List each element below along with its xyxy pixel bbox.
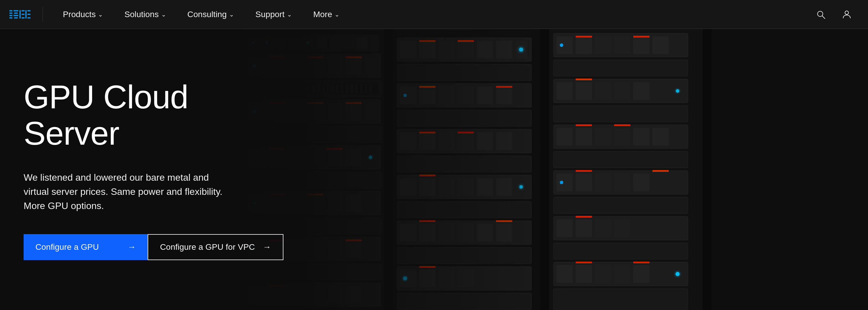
svg-rect-7 [14, 17, 18, 18]
user-button[interactable] [835, 0, 859, 29]
svg-rect-8 [20, 10, 21, 18]
search-icon [816, 10, 826, 19]
svg-rect-15 [27, 17, 30, 18]
svg-rect-2 [9, 15, 12, 16]
hero-section: GPU Cloud Server We listened and lowered… [0, 29, 868, 310]
svg-rect-12 [25, 10, 27, 18]
nav-item-support[interactable]: Support ⌄ [245, 0, 303, 29]
chevron-down-icon: ⌄ [98, 11, 103, 18]
nav-right [809, 0, 859, 29]
chevron-down-icon: ⌄ [161, 11, 166, 18]
search-button[interactable] [809, 0, 833, 29]
hero-description: We listened and lowered our bare metal a… [24, 170, 230, 213]
svg-rect-13 [27, 10, 30, 11]
svg-rect-14 [27, 13, 30, 15]
chevron-down-icon: ⌄ [335, 11, 340, 18]
svg-rect-1 [9, 12, 12, 13]
hero-buttons: Configure a GPU → Configure a GPU for VP… [24, 234, 266, 260]
svg-point-18 [845, 11, 848, 14]
nav-items: Products ⌄ Solutions ⌄ Consulting ⌄ Supp… [52, 0, 809, 29]
nav-item-solutions[interactable]: Solutions ⌄ [114, 0, 177, 29]
svg-rect-5 [14, 12, 18, 13]
svg-rect-10 [22, 13, 25, 15]
configure-gpu-vpc-button[interactable]: Configure a GPU for VPC → [148, 234, 283, 260]
logo[interactable] [9, 10, 31, 19]
navbar: Products ⌄ Solutions ⌄ Consulting ⌄ Supp… [0, 0, 868, 29]
chevron-down-icon: ⌄ [229, 11, 234, 18]
svg-rect-0 [9, 10, 12, 11]
svg-rect-6 [13, 15, 18, 16]
hero-title: GPU Cloud Server [24, 79, 266, 151]
ibm-logo-icon [9, 10, 31, 19]
svg-rect-9 [22, 10, 25, 11]
svg-line-17 [822, 16, 825, 19]
arrow-right-icon: → [263, 242, 271, 252]
chevron-down-icon: ⌄ [287, 11, 292, 18]
nav-item-more[interactable]: More ⌄ [303, 0, 350, 29]
nav-item-consulting[interactable]: Consulting ⌄ [177, 0, 245, 29]
user-icon [842, 10, 851, 19]
svg-rect-3 [9, 17, 12, 18]
configure-gpu-button[interactable]: Configure a GPU → [24, 234, 148, 260]
arrow-right-icon: → [128, 242, 136, 252]
nav-item-products[interactable]: Products ⌄ [52, 0, 114, 29]
nav-divider [42, 7, 43, 22]
svg-rect-11 [22, 17, 25, 18]
svg-rect-4 [13, 10, 18, 11]
hero-content: GPU Cloud Server We listened and lowered… [0, 79, 266, 260]
